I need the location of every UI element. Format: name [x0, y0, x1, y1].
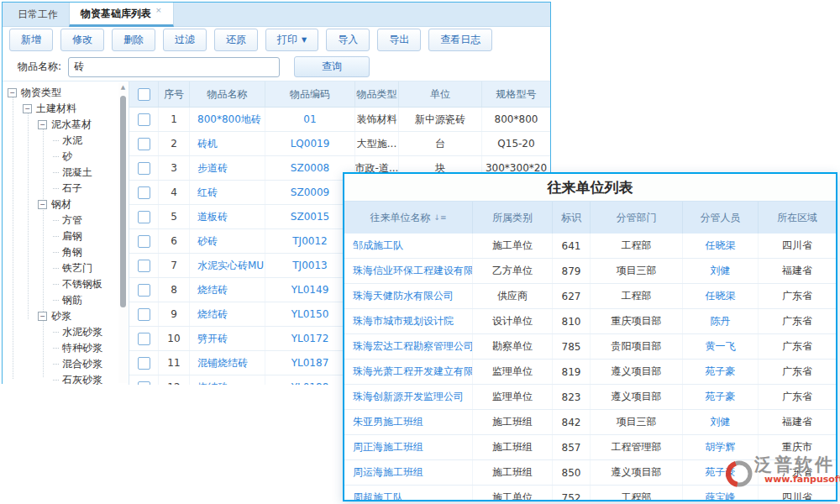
cell-code[interactable]: YL0188 — [265, 375, 354, 385]
tab-material-base-list[interactable]: 物资基础库列表× — [69, 3, 174, 27]
view-log-button[interactable]: 查看日志 — [428, 29, 492, 51]
cell-name[interactable]: 珠海光萧工程开发建立有限... — [344, 360, 472, 384]
cell-name[interactable]: 珠海天健防水有限公司 — [344, 284, 472, 308]
cell-code[interactable]: YL0150 — [265, 302, 354, 326]
tree-node[interactable]: −物资类型 — [3, 85, 129, 101]
cell-person[interactable]: 陈丹 — [682, 309, 758, 333]
row-checkbox[interactable] — [138, 186, 150, 199]
cell-code[interactable]: YL0187 — [265, 351, 354, 375]
row-checkbox[interactable] — [138, 211, 150, 223]
row-checkbox[interactable] — [138, 235, 150, 248]
collapse-icon[interactable]: − — [8, 88, 17, 97]
tree-node[interactable]: 角钢 — [3, 244, 129, 260]
collapse-icon[interactable]: − — [38, 312, 47, 321]
cell-name[interactable]: 水泥实心砖MU10 — [189, 254, 265, 277]
tree-scrollbar[interactable]: ▲ — [118, 83, 128, 383]
tree-node[interactable]: 扁钢 — [3, 228, 129, 244]
cell-code[interactable]: SZ0008 — [265, 156, 354, 180]
tree-node[interactable]: 水泥 — [3, 133, 129, 149]
delete-button[interactable]: 删除 — [112, 29, 155, 51]
cell-name[interactable]: 砖机 — [189, 132, 265, 155]
cell-person[interactable]: 任晓渠 — [682, 234, 758, 258]
import-button[interactable]: 导入 — [326, 29, 370, 51]
tree-node[interactable]: 混合砂浆 — [3, 356, 129, 372]
cell-name[interactable]: 步道砖 — [189, 156, 265, 180]
tree-node[interactable]: 混凝土 — [3, 165, 129, 181]
tree-node[interactable]: 石子 — [3, 181, 129, 197]
cell-name[interactable]: 邹成施工队 — [344, 234, 472, 258]
cell-code[interactable]: YL0172 — [265, 327, 354, 350]
cell-person[interactable]: 任晓渠 — [682, 284, 758, 308]
tree-node[interactable]: 特种砂浆 — [3, 340, 129, 356]
cell-name[interactable]: 烧结砖 — [189, 302, 265, 326]
cell-person[interactable]: 刘健 — [682, 410, 758, 434]
cell-person[interactable]: 苑子豪 — [682, 385, 758, 409]
column-header[interactable]: 分管人员 — [682, 202, 758, 234]
add-button[interactable]: 新增 — [9, 29, 53, 51]
print-button[interactable]: 打印▼ — [265, 29, 318, 51]
tree-node[interactable]: 钢筋 — [3, 292, 129, 308]
cell-code[interactable]: TJ0012 — [265, 229, 354, 253]
cell-name[interactable]: 800*800地砖 — [189, 108, 265, 131]
tree-node[interactable]: −钢材 — [3, 197, 129, 213]
cell-name[interactable]: 红砖 — [189, 181, 265, 204]
row-checkbox[interactable] — [138, 138, 150, 150]
row-checkbox[interactable] — [138, 357, 150, 370]
cell-code[interactable]: LQ0019 — [265, 132, 354, 155]
cell-name[interactable]: 珠海市城市规划设计院 — [344, 309, 472, 333]
tree-node[interactable]: −砂浆 — [3, 308, 129, 324]
tree-node[interactable]: 方管 — [3, 213, 129, 228]
tree-node[interactable]: 不锈钢板 — [3, 276, 129, 292]
tree-node[interactable]: 石灰砂浆 — [3, 372, 129, 385]
cell-name[interactable]: 周运海施工班组 — [344, 460, 472, 485]
column-header[interactable]: 标识 — [552, 202, 590, 234]
cell-name[interactable]: 珠海创新源开发监理公司 — [344, 385, 472, 409]
row-checkbox[interactable] — [138, 113, 150, 126]
collapse-icon[interactable]: − — [38, 120, 47, 129]
tree-node[interactable]: 砂 — [3, 149, 129, 165]
column-header[interactable]: 所在区域 — [758, 202, 836, 234]
cell-name[interactable]: 烧结砖 — [189, 375, 265, 385]
row-checkbox[interactable] — [138, 260, 150, 272]
cell-name[interactable]: 混铺烧结砖 — [189, 351, 265, 375]
query-button[interactable]: 查询 — [294, 56, 370, 77]
close-icon[interactable]: × — [155, 3, 162, 14]
collapse-icon[interactable]: − — [38, 200, 47, 209]
item-name-input[interactable] — [68, 57, 280, 77]
column-header[interactable]: 分管部门 — [590, 202, 682, 234]
cell-code[interactable]: TJ0013 — [265, 254, 354, 277]
cell-person[interactable]: 刘健 — [682, 259, 758, 283]
cell-name[interactable]: 周超施工队 — [344, 486, 472, 501]
cell-code[interactable]: SZ0015 — [265, 205, 354, 228]
column-header[interactable]: 往来单位名称↓≡ — [344, 202, 472, 234]
cell-code[interactable]: 01 — [265, 108, 354, 131]
tree-node[interactable]: 铁艺门 — [3, 260, 129, 276]
cell-code[interactable]: YL0149 — [265, 278, 354, 302]
tree-node[interactable]: −土建材料 — [3, 101, 129, 117]
row-checkbox[interactable] — [138, 381, 150, 386]
cell-name[interactable]: 珠海信业环保工程建设有限... — [344, 259, 472, 283]
cell-name[interactable]: 烧结砖 — [189, 278, 265, 302]
cell-name[interactable]: 砂砖 — [189, 229, 265, 253]
tree-node[interactable]: −泥水基材 — [3, 117, 129, 133]
cell-name[interactable]: 周正海施工班组 — [344, 435, 472, 459]
column-header[interactable]: 所属类别 — [472, 202, 552, 234]
cell-person[interactable]: 黄一飞 — [682, 334, 758, 359]
row-checkbox[interactable] — [138, 333, 150, 345]
scrollbar-thumb[interactable] — [120, 96, 126, 307]
cell-person[interactable]: 苑子豪 — [682, 360, 758, 384]
select-all-checkbox[interactable] — [138, 88, 150, 101]
row-checkbox[interactable] — [138, 308, 150, 321]
cell-code[interactable]: SZ0009 — [265, 181, 354, 204]
filter-button[interactable]: 过滤 — [163, 29, 207, 51]
tab-daily-work[interactable]: 日常工作 — [7, 3, 69, 26]
row-checkbox[interactable] — [138, 284, 150, 297]
sort-icon[interactable]: ↓≡ — [433, 213, 446, 222]
export-button[interactable]: 导出 — [377, 29, 421, 51]
restore-button[interactable]: 还原 — [214, 29, 258, 51]
cell-name[interactable]: 朱亚男施工班组 — [344, 410, 472, 434]
cell-name[interactable]: 道板砖 — [189, 205, 265, 228]
collapse-icon[interactable]: − — [23, 104, 32, 113]
edit-button[interactable]: 修改 — [60, 29, 104, 51]
row-checkbox[interactable] — [138, 162, 150, 175]
